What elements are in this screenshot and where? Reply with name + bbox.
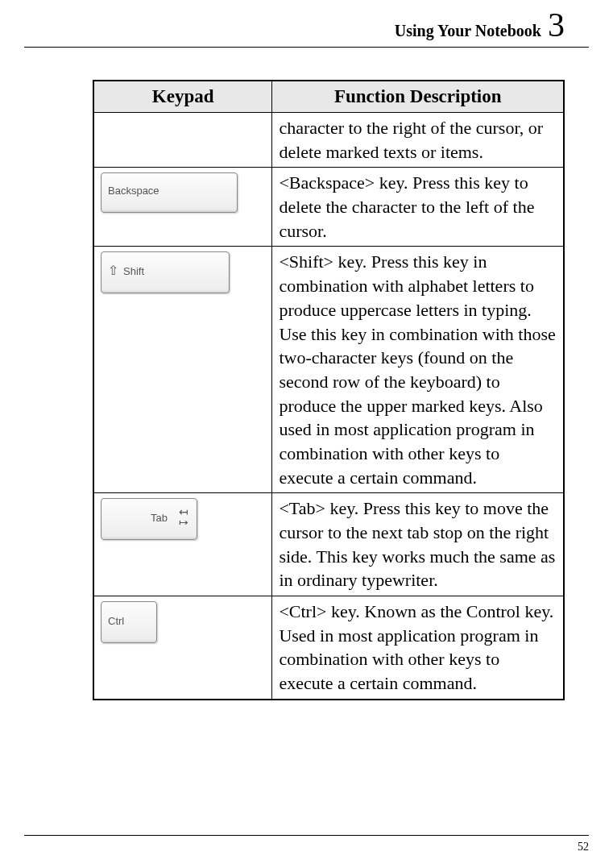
table-row: character to the right of the cursor, or…: [93, 113, 564, 168]
tab-arrows-icon: ↤↦: [179, 507, 188, 527]
col-header-description: Function Description: [272, 81, 564, 113]
page-footer: 52: [24, 835, 589, 853]
page-header: Using Your Notebook 3: [24, 0, 589, 48]
keypad-table: Keypad Function Description character to…: [93, 80, 565, 700]
description-cell: <Backspace> key. Press this key to delet…: [272, 168, 564, 247]
chapter-number: 3: [548, 8, 565, 42]
description-cell: <Ctrl> key. Known as the Control key. Us…: [272, 596, 564, 700]
table-row: Ctrl <Ctrl> key. Known as the Control ke…: [93, 596, 564, 700]
table-header-row: Keypad Function Description: [93, 81, 564, 113]
description-cell: <Shift> key. Press this key in combinati…: [272, 247, 564, 493]
table-row: ⇧Shift <Shift> key. Press this key in co…: [93, 247, 564, 493]
header-title: Using Your Notebook: [395, 22, 541, 40]
keypad-cell: Ctrl: [93, 596, 272, 700]
table-row: Tab ↤↦ <Tab> key. Press this key to move…: [93, 493, 564, 596]
keypad-cell: Backspace: [93, 168, 272, 247]
keypad-cell: ⇧Shift: [93, 247, 272, 493]
ctrl-key-icon: Ctrl: [101, 601, 157, 643]
keypad-cell: Tab ↤↦: [93, 493, 272, 596]
tab-key-icon: Tab ↤↦: [101, 498, 197, 540]
shift-key-icon: ⇧Shift: [101, 251, 230, 293]
page-number: 52: [578, 841, 589, 853]
key-label: Backspace: [108, 185, 159, 197]
keypad-cell: [93, 113, 272, 168]
shift-arrow-icon: ⇧: [108, 264, 118, 277]
key-label: Shift: [123, 265, 144, 277]
key-label: Tab: [151, 512, 168, 524]
col-header-keypad: Keypad: [93, 81, 272, 113]
description-cell: <Tab> key. Press this key to move the cu…: [272, 493, 564, 596]
backspace-key-icon: Backspace: [101, 172, 238, 213]
content-area: Keypad Function Description character to…: [0, 48, 613, 700]
table-row: Backspace <Backspace> key. Press this ke…: [93, 168, 564, 247]
description-cell: character to the right of the cursor, or…: [272, 113, 564, 168]
key-label: Ctrl: [108, 615, 124, 627]
